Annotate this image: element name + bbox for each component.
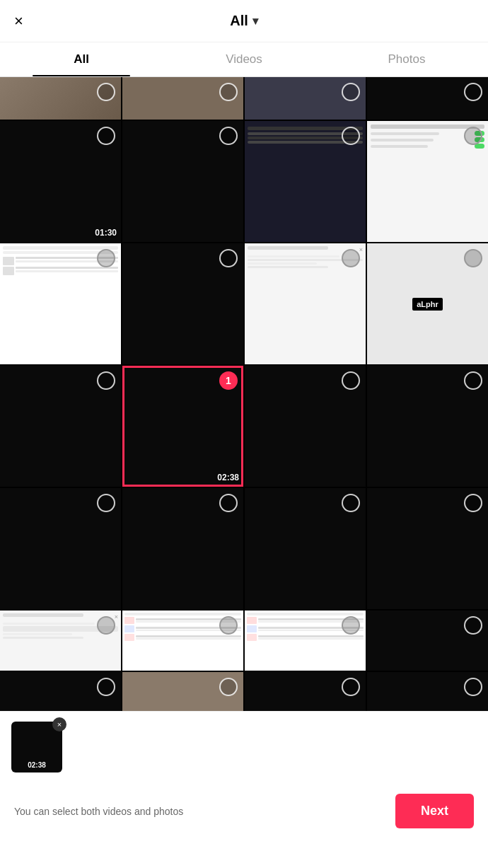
select-circle (342, 127, 360, 145)
header-title-area[interactable]: All ▾ (230, 13, 258, 29)
grid-cell[interactable] (122, 121, 243, 242)
grid-cell[interactable] (245, 121, 366, 242)
hint-text: You can select both videos and photos (14, 806, 395, 817)
select-circle (464, 678, 482, 696)
preview-duration-label: 02:38 (28, 761, 46, 769)
grid-cell[interactable] (245, 77, 366, 120)
select-circle (342, 494, 360, 512)
select-circle (342, 249, 360, 267)
grid-cell[interactable]: × (245, 243, 366, 364)
select-circle (97, 678, 115, 696)
selection-badge: 1 (219, 371, 238, 390)
selected-preview: × 02:38 (0, 712, 488, 782)
tab-videos[interactable]: Videos (163, 42, 325, 76)
select-circle (464, 249, 482, 267)
grid-cell[interactable]: aLphr (367, 243, 488, 364)
chevron-down-icon: ▾ (252, 14, 258, 28)
grid-cell[interactable] (122, 77, 243, 120)
select-circle (464, 616, 482, 635)
select-circle (342, 616, 360, 635)
next-button[interactable]: Next (395, 794, 474, 828)
media-grid: 01:30 (0, 77, 488, 711)
grid-cell[interactable] (367, 488, 488, 609)
grid-cell[interactable] (245, 611, 366, 671)
select-circle (342, 678, 360, 696)
grid-cell[interactable] (0, 243, 121, 364)
duration-label: 01:30 (95, 228, 117, 238)
preview-close-button[interactable]: × (52, 717, 66, 731)
select-circle (219, 616, 238, 635)
grid-cell[interactable] (0, 488, 121, 609)
grid-cell[interactable] (367, 672, 488, 711)
select-circle (464, 83, 482, 101)
select-circle (97, 127, 115, 145)
grid-cell[interactable] (367, 366, 488, 487)
grid-cell[interactable] (367, 77, 488, 120)
select-circle (219, 127, 238, 145)
select-circle (342, 83, 360, 101)
select-circle (464, 371, 482, 390)
grid-cell[interactable] (122, 243, 243, 364)
grid-cell[interactable]: × (0, 611, 121, 671)
grid-cell[interactable] (245, 366, 366, 487)
grid-cell[interactable] (122, 611, 243, 671)
duration-label: 02:38 (217, 473, 239, 482)
grid-cell[interactable] (0, 672, 121, 711)
tab-photos[interactable]: Photos (325, 42, 488, 76)
select-circle (342, 371, 360, 390)
grid-cell[interactable] (367, 611, 488, 671)
header: × All ▾ (0, 0, 488, 42)
select-circle (464, 494, 482, 512)
select-circle (97, 83, 115, 101)
select-circle (464, 127, 482, 145)
tab-bar: All Videos Photos (0, 42, 488, 77)
select-circle (97, 494, 115, 512)
select-circle (219, 249, 238, 267)
select-circle (97, 616, 115, 635)
grid-cell[interactable] (122, 672, 243, 711)
close-button[interactable]: × (14, 12, 23, 30)
grid-cell[interactable] (245, 672, 366, 711)
grid-cell[interactable] (367, 121, 488, 242)
select-circle (97, 371, 115, 390)
grid-cell[interactable] (0, 366, 121, 487)
select-circle (219, 83, 238, 101)
grid-cell[interactable]: 01:30 (0, 121, 121, 242)
bottom-action-bar: You can select both videos and photos Ne… (0, 782, 488, 845)
grid-cell[interactable] (122, 488, 243, 609)
grid-cell-selected[interactable]: 1 02:38 (122, 366, 243, 487)
grid-cell[interactable] (0, 77, 121, 120)
tab-all[interactable]: All (0, 42, 163, 76)
header-title-text: All (230, 13, 248, 29)
bottom-section: × 02:38 You can select both videos and p… (0, 711, 488, 845)
select-circle (97, 249, 115, 267)
select-circle (219, 494, 238, 512)
preview-thumbnail[interactable]: × 02:38 (11, 722, 62, 772)
grid-cell[interactable] (245, 488, 366, 609)
select-circle (219, 678, 238, 696)
